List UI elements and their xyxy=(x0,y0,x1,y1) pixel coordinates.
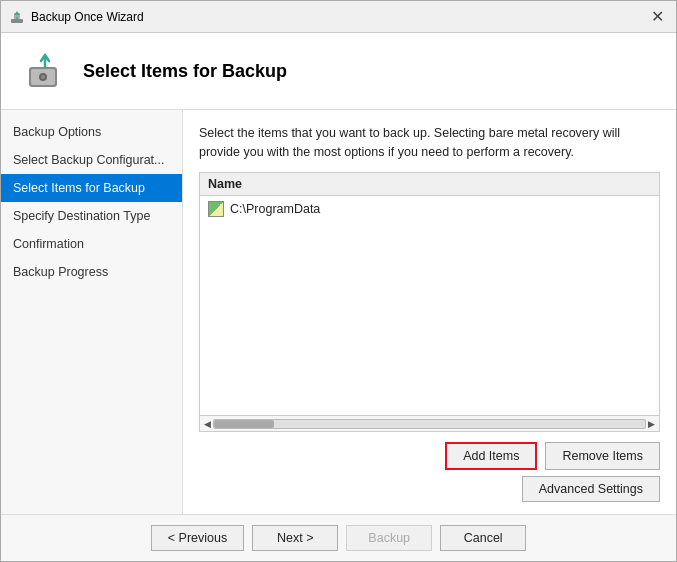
sidebar-item-select-items[interactable]: Select Items for Backup xyxy=(1,174,182,202)
app-icon xyxy=(9,9,25,25)
content-area: Backup Options Select Backup Configurat.… xyxy=(1,110,676,514)
add-items-button[interactable]: Add Items xyxy=(445,442,537,470)
sidebar-item-backup-options[interactable]: Backup Options xyxy=(1,118,182,146)
scroll-right-arrow[interactable]: ▶ xyxy=(646,419,657,429)
cancel-button[interactable]: Cancel xyxy=(440,525,526,551)
footer: < Previous Next > Backup Cancel xyxy=(1,514,676,561)
remove-items-button[interactable]: Remove Items xyxy=(545,442,660,470)
title-bar-text: Backup Once Wizard xyxy=(31,10,144,24)
title-bar-left: Backup Once Wizard xyxy=(9,9,144,25)
sidebar-item-backup-progress[interactable]: Backup Progress xyxy=(1,258,182,286)
header: Select Items for Backup xyxy=(1,33,676,110)
svg-point-5 xyxy=(41,75,45,79)
sidebar-item-specify-destination[interactable]: Specify Destination Type xyxy=(1,202,182,230)
sidebar-item-select-backup-config[interactable]: Select Backup Configurat... xyxy=(1,146,182,174)
items-table: Name C:\ProgramData ◀ ▶ xyxy=(199,172,660,433)
table-column-header: Name xyxy=(200,173,659,196)
next-button[interactable]: Next > xyxy=(252,525,338,551)
sidebar-item-confirmation[interactable]: Confirmation xyxy=(1,230,182,258)
previous-button[interactable]: < Previous xyxy=(151,525,244,551)
backup-button: Backup xyxy=(346,525,432,551)
scrollbar-track[interactable] xyxy=(213,419,646,429)
folder-icon xyxy=(208,201,224,217)
close-button[interactable]: ✕ xyxy=(647,9,668,25)
scroll-left-arrow[interactable]: ◀ xyxy=(202,419,213,429)
row-name: C:\ProgramData xyxy=(230,202,320,216)
description-text: Select the items that you want to back u… xyxy=(199,124,660,162)
table-body[interactable]: C:\ProgramData xyxy=(200,196,659,416)
header-icon xyxy=(21,47,69,95)
horizontal-scrollbar[interactable]: ◀ ▶ xyxy=(200,415,659,431)
title-bar: Backup Once Wizard ✕ xyxy=(1,1,676,33)
page-title: Select Items for Backup xyxy=(83,61,287,82)
scrollbar-thumb[interactable] xyxy=(214,420,274,428)
wizard-window: Backup Once Wizard ✕ Select Items for Ba… xyxy=(0,0,677,562)
advanced-settings-button[interactable]: Advanced Settings xyxy=(522,476,660,502)
action-buttons-row: Add Items Remove Items xyxy=(199,442,660,470)
advanced-buttons-row: Advanced Settings xyxy=(199,476,660,502)
table-row[interactable]: C:\ProgramData xyxy=(200,196,659,222)
sidebar: Backup Options Select Backup Configurat.… xyxy=(1,110,183,514)
main-content: Select the items that you want to back u… xyxy=(183,110,676,514)
